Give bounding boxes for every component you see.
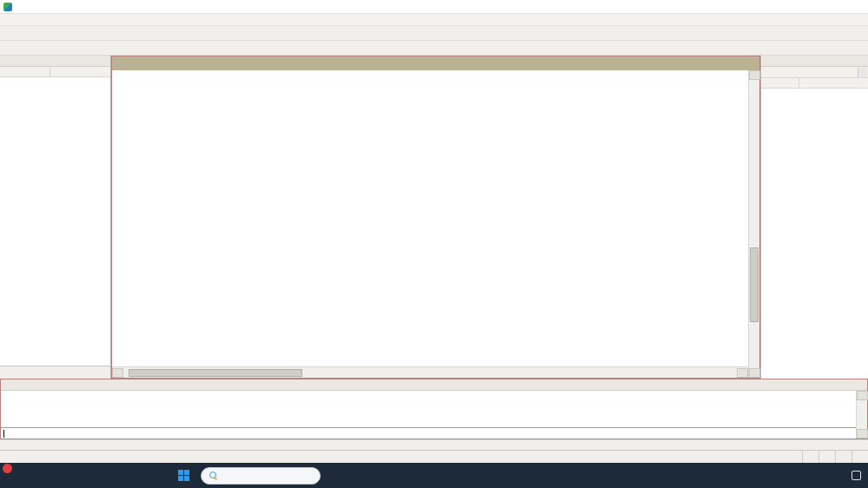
uvision-logo-icon (3, 3, 12, 11)
editor-panel (111, 56, 760, 379)
debug-toolbar (0, 41, 868, 56)
scroll-down-icon[interactable] (857, 429, 868, 439)
vertical-scrollbar[interactable] (748, 70, 759, 378)
peripheral-grid[interactable] (761, 89, 868, 379)
action-center-icon[interactable] (851, 471, 861, 480)
command-window (0, 379, 868, 439)
peripheral-panel-header (761, 56, 868, 67)
search-icon (209, 472, 218, 480)
peripheral-column-header (761, 78, 868, 89)
peripheral-panel (760, 56, 868, 379)
status-flags (851, 451, 868, 463)
scroll-up-icon[interactable] (749, 70, 760, 80)
notification-badge (3, 464, 12, 473)
minimize-icon[interactable] (790, 0, 816, 13)
scroll-right-icon[interactable] (737, 368, 748, 378)
main-area (0, 56, 868, 379)
scrollbar-thumb[interactable] (750, 247, 759, 322)
command-body (1, 391, 867, 439)
chevron-down-icon (858, 68, 867, 77)
peripheral-combo[interactable] (761, 67, 868, 78)
status-mode (802, 451, 818, 463)
registers-panel (0, 56, 111, 379)
windows-logo-icon (178, 470, 189, 481)
command-input[interactable] (1, 428, 867, 439)
scrollbar-thumb[interactable] (129, 369, 302, 377)
scroll-left-icon[interactable] (112, 368, 123, 378)
close-icon[interactable] (842, 0, 868, 13)
window-controls (790, 0, 868, 13)
windows-taskbar (0, 463, 868, 488)
register-column-label (0, 67, 50, 76)
property-column-label (761, 78, 799, 88)
statusbar (0, 450, 868, 463)
file-toolbar (0, 26, 868, 41)
horizontal-scrollbar[interactable] (112, 366, 748, 378)
command-window-header (1, 379, 867, 391)
command-scrollbar[interactable] (856, 391, 867, 439)
maximize-icon[interactable] (816, 0, 842, 13)
command-function-bar (0, 439, 868, 450)
titlebar (0, 0, 868, 14)
menubar (0, 14, 868, 26)
text-caret (3, 430, 4, 438)
left-panel-tabs (0, 366, 110, 379)
status-sim-time (818, 451, 835, 463)
editor-tabstrip (112, 56, 759, 70)
scroll-up-icon[interactable] (857, 391, 868, 400)
registers-column-header (0, 67, 110, 77)
scroll-down-icon[interactable] (749, 368, 760, 378)
registers-panel-header (0, 56, 110, 67)
registers-tree[interactable] (0, 77, 110, 366)
taskbar-search[interactable] (201, 467, 321, 485)
code-editor[interactable] (112, 70, 748, 366)
system-tray (817, 463, 868, 488)
status-cursor-position (835, 451, 851, 463)
command-output (1, 391, 867, 427)
start-button[interactable] (172, 463, 195, 488)
uvision-window (0, 0, 868, 488)
